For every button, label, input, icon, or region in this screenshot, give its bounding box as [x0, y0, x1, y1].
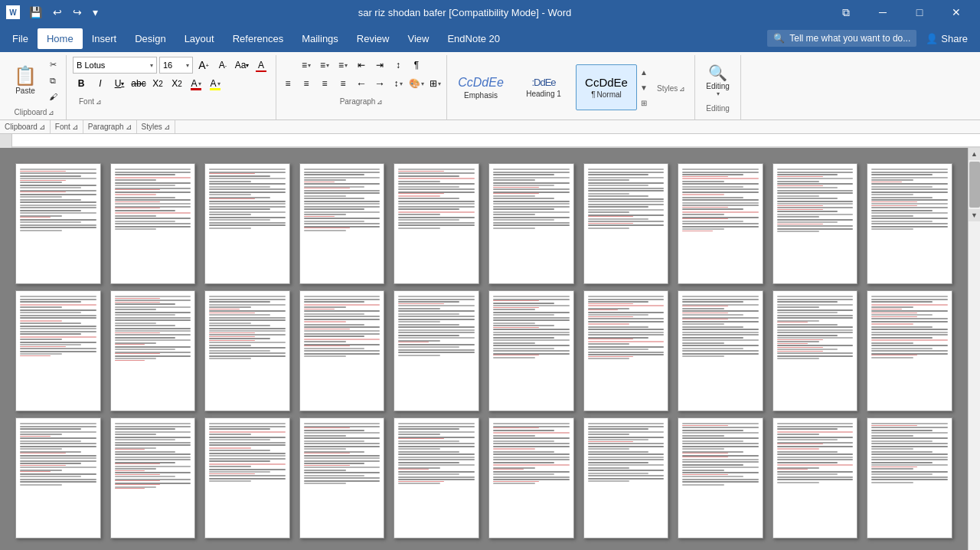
page-thumb-5[interactable] — [394, 163, 479, 284]
page-thumb-30[interactable] — [867, 417, 952, 539]
restore-down-btn[interactable]: ⧉ — [828, 0, 864, 25]
borders-btn[interactable]: ⊞▾ — [426, 75, 443, 92]
menu-file[interactable]: File — [3, 28, 38, 49]
change-case-btn[interactable]: Aa▾ — [234, 57, 250, 74]
decrease-indent-btn[interactable]: ⇤ — [353, 57, 370, 74]
justify-btn[interactable]: ≡ — [335, 75, 351, 92]
menu-design[interactable]: Design — [126, 28, 175, 49]
page-thumb-2[interactable] — [110, 163, 196, 284]
subscript-btn[interactable]: X2 — [149, 75, 166, 92]
styles-label: Styles ⊿ — [651, 82, 691, 94]
menu-endnote[interactable]: EndNote 20 — [438, 28, 509, 49]
highlight-btn[interactable]: A ▾ — [207, 75, 224, 92]
clipboard-content: 📋 Paste ✂ ⧉ 🖌 — [8, 57, 61, 104]
clipboard-expand-icon[interactable]: ⊿ — [48, 109, 54, 116]
style-emphasis[interactable]: CcDdEe Emphasis — [450, 64, 511, 110]
italic-btn[interactable]: I — [92, 75, 109, 92]
page-thumb-27[interactable] — [583, 417, 669, 539]
undo-quick-btn[interactable]: ↩ — [50, 5, 65, 20]
page-thumb-9[interactable] — [773, 163, 858, 284]
font-name-select[interactable]: B Lotus ▾ — [73, 57, 157, 74]
styles-scroll-up[interactable]: ▲ — [639, 65, 649, 79]
save-quick-btn[interactable]: 💾 — [26, 5, 45, 20]
page-thumb-11[interactable] — [15, 290, 101, 411]
clear-formatting-btn[interactable]: A — [253, 57, 270, 74]
customize-quick-btn[interactable]: ▾ — [90, 5, 101, 20]
paste-btn[interactable]: 📋 Paste — [8, 59, 43, 102]
page-thumb-22[interactable] — [110, 417, 196, 539]
menu-view[interactable]: View — [398, 28, 438, 49]
line-spacing-btn[interactable]: ↕▾ — [390, 75, 407, 92]
style-normal[interactable]: CcDdEe ¶ Normal — [576, 64, 637, 110]
menu-mailings[interactable]: Mailings — [292, 28, 348, 49]
redo-quick-btn[interactable]: ↪ — [70, 5, 85, 20]
bullets-btn[interactable]: ≡▾ — [298, 57, 315, 74]
page-thumb-18[interactable] — [678, 290, 763, 411]
align-left-btn[interactable]: ≡ — [279, 75, 296, 92]
underline-btn[interactable]: U ▾ — [111, 75, 128, 92]
page-thumb-12[interactable] — [110, 290, 196, 411]
minimize-btn[interactable]: ─ — [865, 0, 900, 25]
scroll-down-btn[interactable]: ▼ — [969, 209, 981, 221]
rtl-btn[interactable]: ← — [353, 75, 370, 92]
strikethrough-btn[interactable]: abc — [130, 75, 147, 92]
scroll-thumb[interactable] — [969, 162, 980, 208]
page-thumb-14[interactable] — [299, 290, 385, 411]
copy-btn[interactable]: ⧉ — [44, 73, 61, 88]
page-thumb-7[interactable] — [583, 163, 669, 284]
shading-btn[interactable]: 🎨▾ — [408, 75, 425, 92]
page-thumb-29[interactable] — [773, 417, 858, 539]
page-thumb-17[interactable] — [583, 290, 669, 411]
font-color-btn[interactable]: A ▾ — [188, 75, 204, 92]
page-thumb-10[interactable] — [867, 163, 952, 284]
menu-home[interactable]: Home — [38, 28, 83, 49]
styles-more-btn[interactable]: ⊞ — [639, 96, 649, 110]
close-btn[interactable]: ✕ — [939, 0, 974, 25]
share-btn[interactable]: 👤 Share — [916, 28, 977, 49]
font-shrink-btn[interactable]: A- — [214, 57, 231, 74]
font-expand-icon[interactable]: ⊿ — [96, 98, 102, 106]
page-thumb-28[interactable] — [678, 417, 763, 539]
multilevel-btn[interactable]: ≡▾ — [335, 57, 351, 74]
styles-scroll-down[interactable]: ▼ — [639, 80, 649, 94]
font-grow-btn[interactable]: A+ — [195, 57, 212, 74]
page-thumb-26[interactable] — [488, 417, 574, 539]
menu-insert[interactable]: Insert — [83, 28, 126, 49]
styles-expand-icon[interactable]: ⊿ — [679, 85, 685, 93]
increase-indent-btn[interactable]: ⇥ — [371, 57, 388, 74]
page-thumb-1[interactable] — [15, 163, 101, 284]
page-thumb-6[interactable] — [488, 163, 574, 284]
page-thumb-25[interactable] — [394, 417, 479, 539]
page-thumb-21[interactable] — [15, 417, 101, 539]
show-hide-btn[interactable]: ¶ — [408, 57, 425, 74]
paragraph-expand-icon[interactable]: ⊿ — [377, 98, 383, 106]
style-heading1[interactable]: :DdEe Heading 1 — [513, 64, 574, 110]
editing-btn[interactable]: 🔍 Editing ▾ — [700, 61, 736, 100]
page-thumb-24[interactable] — [299, 417, 385, 539]
menu-references[interactable]: References — [224, 28, 292, 49]
numbering-btn[interactable]: ≡▾ — [316, 57, 333, 74]
ltr-btn[interactable]: → — [371, 75, 388, 92]
page-thumb-4[interactable] — [299, 163, 385, 284]
bold-btn[interactable]: B — [73, 75, 90, 92]
page-thumb-20[interactable] — [867, 290, 952, 411]
menu-review[interactable]: Review — [348, 28, 399, 49]
format-painter-btn[interactable]: 🖌 — [44, 89, 61, 104]
page-thumb-3[interactable] — [204, 163, 290, 284]
page-thumb-19[interactable] — [773, 290, 858, 411]
page-thumb-8[interactable] — [678, 163, 763, 284]
maximize-btn[interactable]: □ — [902, 0, 937, 25]
menu-layout[interactable]: Layout — [175, 28, 224, 49]
align-center-btn[interactable]: ≡ — [298, 75, 315, 92]
cut-btn[interactable]: ✂ — [44, 57, 61, 72]
font-size-select[interactable]: 16 ▾ — [159, 57, 193, 74]
search-field[interactable]: 🔍 Tell me what you want to do... — [767, 30, 916, 47]
align-right-btn[interactable]: ≡ — [316, 75, 333, 92]
page-thumb-15[interactable] — [394, 290, 479, 411]
sort-btn[interactable]: ↕ — [390, 57, 407, 74]
scroll-up-btn[interactable]: ▲ — [969, 148, 981, 160]
page-thumb-13[interactable] — [204, 290, 290, 411]
superscript-btn[interactable]: X2 — [168, 75, 185, 92]
page-thumb-16[interactable] — [488, 290, 574, 411]
page-thumb-23[interactable] — [204, 417, 290, 539]
